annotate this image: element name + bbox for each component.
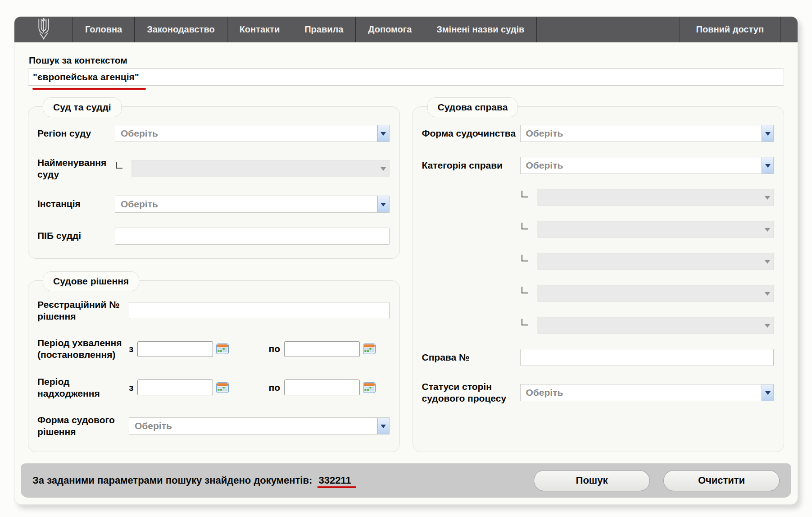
nav-item-label: Головна	[85, 24, 122, 35]
case-subcategory-select-disabled	[537, 253, 774, 270]
date-to-label: по	[268, 382, 280, 393]
calendar-icon[interactable]	[213, 343, 229, 354]
nav-item-renamed-courts[interactable]: Змінені назви судів	[424, 17, 537, 42]
hierarchy-connector-icon	[116, 162, 122, 169]
hierarchy-connector-icon	[522, 287, 528, 293]
results-summary: За заданими параметрами пошуку знайдено …	[32, 475, 356, 486]
nav-item-label: Законодавство	[147, 24, 214, 35]
court-case-panel: Судова справа Форма судочинства Оберіть …	[413, 106, 785, 452]
case-subcategory-select-disabled	[537, 285, 774, 302]
hierarchy-connector-icon	[522, 223, 528, 229]
proceeding-form-label: Форма судочинства	[422, 128, 520, 139]
nav-item-label: Змінені назви судів	[436, 24, 524, 35]
coat-of-arms-logo[interactable]	[14, 17, 73, 42]
panel-legend: Судове рішення	[43, 271, 139, 291]
nav-spacer	[537, 17, 680, 42]
chevron-down-icon[interactable]	[762, 384, 773, 401]
panel-legend: Судова справа	[427, 97, 518, 117]
adoption-period-label: Період ухвалення (постановлення)	[37, 337, 129, 361]
decision-form-select[interactable]: Оберіть	[129, 417, 390, 435]
red-annotation-underline	[32, 88, 146, 90]
nav-item-home[interactable]: Головна	[73, 17, 135, 42]
search-form: Пошук за контекстом Суд та судді Регіон …	[14, 42, 798, 459]
selected-value: Оберіть	[115, 196, 377, 212]
nav-item-label: Допомога	[368, 24, 412, 35]
judge-name-label: ПІБ судді	[37, 230, 115, 242]
selected-value: Оберіть	[521, 384, 762, 401]
selected-value: Оберіть	[521, 157, 762, 174]
court-region-select[interactable]: Оберіть	[115, 125, 390, 142]
registry-search-window: Головна Законодавство Контакти Правила Д…	[14, 16, 798, 505]
nav-item-contacts[interactable]: Контакти	[227, 17, 293, 42]
nav-item-full-access[interactable]: Повний доступ	[680, 17, 780, 42]
proceeding-form-select[interactable]: Оберіть	[520, 125, 774, 142]
receipt-date-from-input[interactable]	[137, 380, 213, 395]
calendar-icon[interactable]	[213, 382, 229, 393]
selected-value	[537, 189, 762, 206]
hierarchy-connector-icon	[522, 191, 528, 197]
registration-number-input[interactable]	[129, 302, 390, 319]
search-button[interactable]: Пошук	[534, 470, 650, 491]
adoption-date-to-input[interactable]	[284, 341, 360, 357]
adoption-date-from-input[interactable]	[137, 341, 213, 357]
selected-value: Оберіть	[521, 125, 762, 142]
nav-item-label: Контакти	[240, 24, 280, 35]
selected-value	[537, 285, 762, 302]
results-text: За заданими параметрами пошуку знайдено …	[32, 475, 312, 486]
case-subcategory-select-disabled	[537, 317, 774, 334]
selected-value	[537, 221, 762, 238]
date-to-label: по	[268, 343, 280, 354]
court-and-judges-panel: Суд та судді Регіон суду Оберіть Наймену…	[28, 106, 400, 259]
court-decision-panel: Судове рішення Реєстраційний № рішення П…	[28, 280, 400, 452]
case-number-label: Справа №	[422, 352, 520, 363]
chevron-down-icon	[762, 285, 773, 302]
chevron-down-icon	[762, 317, 773, 334]
nav-item-label: Правила	[304, 24, 343, 35]
results-count: 332211	[318, 475, 355, 488]
chevron-down-icon[interactable]	[762, 157, 773, 174]
case-category-label: Категорія справи	[422, 160, 520, 171]
nav-item-help[interactable]: Допомога	[356, 17, 424, 42]
case-number-input[interactable]	[520, 349, 774, 366]
chevron-down-icon[interactable]	[377, 196, 389, 212]
party-status-label: Статуси сторін судового процесу	[422, 381, 520, 405]
selected-value	[537, 317, 762, 334]
chevron-down-icon	[377, 160, 389, 177]
hierarchy-connector-icon	[522, 255, 528, 261]
court-name-label: Найменування суду	[37, 157, 115, 181]
chevron-down-icon	[762, 189, 773, 206]
selected-value: Оберіть	[129, 418, 377, 434]
hierarchy-connector-icon	[522, 319, 528, 325]
nav-item-rules[interactable]: Правила	[292, 17, 356, 42]
case-subcategory-select-disabled	[537, 221, 774, 238]
court-name-select-disabled	[132, 160, 390, 177]
date-from-label: з	[129, 343, 133, 354]
calendar-icon[interactable]	[360, 343, 376, 354]
chevron-down-icon[interactable]	[762, 125, 773, 142]
chevron-down-icon[interactable]	[377, 418, 389, 434]
nav-item-legislation[interactable]: Законодавство	[135, 17, 227, 42]
instance-select[interactable]: Оберіть	[115, 196, 390, 213]
clear-button[interactable]: Очистити	[663, 470, 780, 491]
registration-number-label: Реєстраційний № рішення	[37, 299, 129, 323]
case-category-select[interactable]: Оберіть	[520, 157, 774, 174]
selected-value: Оберіть	[115, 125, 377, 142]
judge-name-input[interactable]	[115, 228, 390, 245]
case-subcategory-select-disabled	[537, 189, 774, 206]
chevron-down-icon	[762, 253, 773, 270]
receipt-period-label: Період надходження	[37, 376, 129, 400]
context-search-input[interactable]	[28, 69, 784, 86]
chevron-down-icon[interactable]	[377, 125, 389, 142]
party-status-select[interactable]: Оберіть	[520, 384, 774, 401]
instance-label: Інстанція	[37, 198, 115, 210]
calendar-icon[interactable]	[360, 382, 376, 393]
results-bar: За заданими параметрами пошуку знайдено …	[21, 463, 791, 498]
date-from-label: з	[129, 382, 133, 393]
nav-item-label: Повний доступ	[696, 24, 764, 35]
selected-value	[132, 160, 377, 177]
top-navbar: Головна Законодавство Контакти Правила Д…	[14, 17, 798, 42]
panel-legend: Суд та судді	[43, 97, 122, 117]
receipt-date-to-input[interactable]	[284, 380, 360, 395]
decision-form-label: Форма судового рішення	[37, 414, 129, 438]
selected-value	[537, 253, 762, 270]
